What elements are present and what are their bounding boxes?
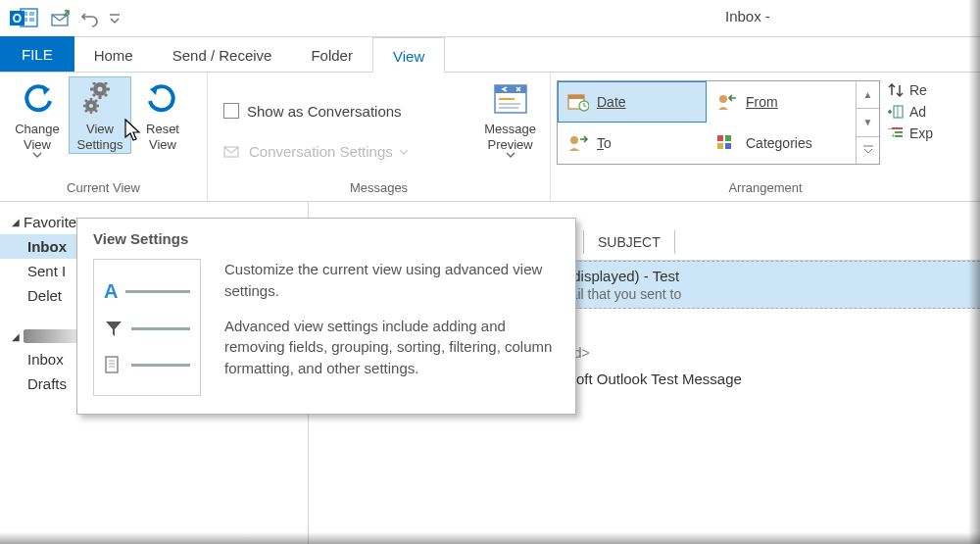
tooltip-illustration-icon: A	[93, 259, 201, 396]
group-current-view: Change View View Settings Reset View	[0, 73, 208, 201]
svg-point-20	[89, 104, 93, 108]
svg-line-16	[105, 94, 107, 96]
add-columns-label: Ad	[909, 104, 926, 120]
view-settings-tooltip: View Settings A Customize the current vi…	[76, 218, 576, 415]
gallery-scroll-down-icon[interactable]: ▼	[857, 109, 879, 136]
quick-access-toolbar	[47, 5, 123, 32]
arrange-to-underline: T	[597, 135, 604, 151]
arrange-by-date[interactable]: Date	[558, 81, 707, 123]
tooltip-title: View Settings	[93, 230, 560, 247]
svg-rect-31	[495, 85, 526, 93]
arrange-by-from[interactable]: From	[707, 81, 856, 123]
expand-collapse-icon: −+	[888, 126, 904, 140]
view-settings-button[interactable]: View Settings	[69, 76, 131, 154]
tab-file[interactable]: FILE	[0, 36, 74, 72]
conversation-settings-icon	[223, 143, 243, 161]
svg-text:+: +	[891, 131, 896, 140]
ribbon: Change View View Settings Reset View	[0, 73, 980, 202]
arrangement-gallery[interactable]: Date To From Categories	[557, 80, 880, 165]
to-icon	[567, 133, 589, 153]
tab-home[interactable]: Home	[74, 36, 153, 72]
tooltip-paragraph: Advanced view settings include adding an…	[224, 316, 560, 379]
show-as-conversations-checkbox[interactable]: Show as Conversations	[214, 97, 476, 125]
tab-view[interactable]: View	[372, 37, 445, 73]
dropdown-caret-icon	[399, 149, 409, 155]
group-label-current-view: Current View	[6, 178, 201, 199]
svg-line-18	[105, 82, 107, 84]
arrange-categories-label: Categories	[746, 135, 812, 151]
reverse-sort-button[interactable]: Re	[888, 82, 933, 98]
group-label-messages: Messages	[214, 178, 544, 199]
dropdown-caret-icon	[32, 152, 42, 158]
svg-line-27	[85, 110, 87, 112]
qat-customize-icon[interactable]	[106, 5, 123, 32]
svg-line-15	[93, 82, 95, 84]
svg-line-17	[93, 94, 95, 96]
svg-line-25	[85, 100, 87, 102]
gallery-scroll-up-icon[interactable]: ▲	[857, 81, 879, 109]
column-header-subject[interactable]: SUBJECT	[583, 230, 675, 254]
undo-icon[interactable]	[76, 5, 104, 32]
svg-rect-2	[29, 12, 34, 16]
svg-point-38	[570, 136, 578, 144]
svg-line-28	[95, 100, 97, 102]
change-view-button[interactable]: Change View	[6, 76, 69, 160]
group-arrangement: Date To From Categories	[551, 73, 980, 201]
arrange-from-label: From	[746, 94, 778, 110]
svg-rect-36	[568, 95, 584, 99]
svg-point-39	[719, 95, 727, 103]
message-preview-icon	[491, 80, 530, 120]
show-as-conversations-label: Show as Conversations	[247, 103, 402, 120]
svg-rect-41	[725, 135, 731, 141]
view-settings-label: View Settings	[77, 122, 123, 152]
qat-send-receive-icon[interactable]	[47, 5, 74, 32]
tooltip-paragraph: Customize the current view using advance…	[224, 259, 560, 302]
reset-view-button[interactable]: Reset View	[131, 76, 194, 154]
message-preview-label: Message Preview	[484, 122, 536, 152]
add-columns-button[interactable]: Ad	[888, 104, 933, 120]
collapse-triangle-icon: ◢	[12, 217, 20, 227]
categories-icon	[716, 134, 738, 152]
reverse-sort-label: Re	[909, 82, 927, 98]
expand-collapse-button[interactable]: −+ Exp	[888, 125, 933, 141]
ribbon-tabs: FILE Home Send / Receive Folder View	[0, 37, 980, 73]
title-bar: O Inbox -	[0, 0, 980, 37]
nav-favorites-label: Favorites	[24, 214, 84, 230]
group-messages: Show as Conversations Conversation Setti…	[208, 73, 551, 201]
window-title: Inbox -	[725, 8, 941, 26]
collapse-triangle-icon: ◢	[12, 331, 20, 342]
tooltip-description: Customize the current view using advance…	[224, 259, 560, 396]
arrange-by-to[interactable]: To	[558, 123, 707, 164]
gallery-spinner[interactable]: ▲ ▼	[856, 81, 879, 164]
group-label-arrangement: Arrangement	[557, 178, 974, 199]
conversation-settings-label: Conversation Settings	[249, 143, 393, 160]
arrange-to-rest: o	[604, 135, 612, 151]
add-columns-icon	[888, 104, 904, 120]
dropdown-caret-icon	[506, 152, 515, 158]
checkbox-icon	[223, 103, 239, 119]
gears-icon	[80, 80, 120, 120]
svg-rect-42	[717, 143, 723, 149]
reset-view-label: Reset View	[146, 122, 179, 152]
svg-text:O: O	[13, 12, 22, 25]
arrange-date-label: Date	[597, 94, 626, 110]
svg-rect-4	[29, 18, 34, 22]
reset-view-icon	[146, 80, 179, 120]
message-preview-button[interactable]: Message Preview	[476, 76, 544, 178]
gallery-expand-icon[interactable]	[857, 137, 879, 164]
svg-line-26	[95, 110, 97, 112]
change-view-icon	[21, 80, 54, 120]
svg-rect-40	[717, 135, 723, 141]
arrange-by-categories[interactable]: Categories	[707, 123, 856, 164]
outlook-logo-icon: O	[6, 4, 43, 33]
from-icon	[716, 92, 738, 112]
window-title-prefix: Inbox -	[725, 8, 774, 25]
svg-rect-52	[106, 357, 118, 372]
tab-send-receive[interactable]: Send / Receive	[153, 36, 292, 72]
svg-rect-43	[725, 143, 731, 149]
svg-point-10	[98, 87, 103, 92]
change-view-label: Change View	[15, 122, 60, 152]
reverse-sort-icon	[888, 82, 904, 98]
conversation-settings-button: Conversation Settings	[214, 139, 476, 165]
tab-folder[interactable]: Folder	[291, 36, 372, 72]
